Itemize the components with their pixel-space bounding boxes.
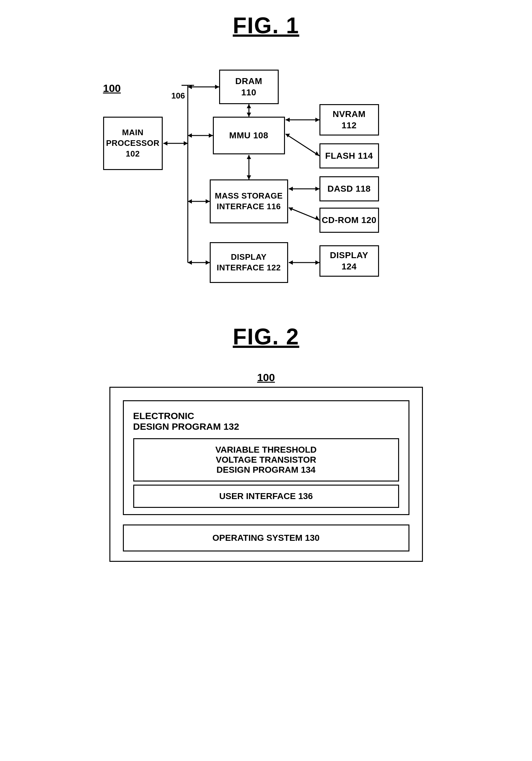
box-display-interface: DISPLAY INTERFACE 122 <box>210 242 288 283</box>
bus-label-106: 106 <box>172 91 185 101</box>
box-dram: DRAM 110 <box>219 70 279 104</box>
svg-marker-24 <box>188 199 192 204</box>
svg-marker-37 <box>315 261 319 265</box>
svg-line-17 <box>286 134 319 156</box>
box-mmu: MMU 108 <box>213 117 285 154</box>
fig2-diagram: 100 ELECTRONIC DESIGN PROGRAM 132 VARIAB… <box>109 372 423 562</box>
fig1-title: FIG. 1 <box>233 13 299 38</box>
box-nvram: NVRAM 112 <box>319 104 379 136</box>
box-dasd: DASD 118 <box>319 176 379 202</box>
svg-marker-15 <box>286 118 290 122</box>
electronic-design-label: ELECTRONIC DESIGN PROGRAM 132 <box>133 411 399 432</box>
svg-marker-22 <box>247 175 251 179</box>
svg-marker-31 <box>315 215 319 220</box>
inner-box-electronic-design: ELECTRONIC DESIGN PROGRAM 132 VARIABLE T… <box>123 400 409 515</box>
svg-marker-18 <box>286 134 290 138</box>
svg-marker-4 <box>184 141 188 146</box>
inner-box-user-interface: USER INTERFACE 136 <box>133 485 399 508</box>
box-main-processor: MAIN PROCESSOR 102 <box>103 117 163 170</box>
svg-line-29 <box>289 208 319 220</box>
fig2-section: FIG. 2 100 ELECTRONIC DESIGN PROGRAM 132… <box>0 324 532 562</box>
box-operating-system: OPERATING SYSTEM 130 <box>123 524 409 552</box>
svg-marker-3 <box>163 141 167 146</box>
outer-box: ELECTRONIC DESIGN PROGRAM 132 VARIABLE T… <box>109 387 423 562</box>
box-flash: FLASH 114 <box>319 144 379 168</box>
svg-marker-27 <box>289 187 293 191</box>
svg-marker-33 <box>188 261 192 265</box>
svg-marker-16 <box>315 118 319 122</box>
svg-marker-9 <box>247 104 251 108</box>
svg-marker-36 <box>289 261 293 265</box>
svg-marker-7 <box>215 85 219 89</box>
fig2-outer-label: 100 <box>109 372 423 383</box>
svg-marker-13 <box>209 133 213 138</box>
svg-marker-12 <box>188 133 192 138</box>
svg-marker-19 <box>315 151 319 156</box>
svg-marker-34 <box>206 261 210 265</box>
box-mass-storage: MASS STORAGE INTERFACE 116 <box>210 179 288 223</box>
svg-marker-6 <box>188 85 192 89</box>
fig2-title: FIG. 2 <box>233 324 299 349</box>
inner-box-vt-design: VARIABLE THRESHOLD VOLTAGE TRANSISTOR DE… <box>133 438 399 482</box>
box-cdrom: CD-ROM 120 <box>319 208 379 233</box>
svg-marker-25 <box>206 199 210 204</box>
page: FIG. 1 100 106 MAIN PROCESSOR 102 DRAM 1… <box>0 0 532 761</box>
sys-label-100: 100 <box>103 82 121 94</box>
diagram1: 100 106 MAIN PROCESSOR 102 DRAM 110 MMU … <box>94 54 439 299</box>
svg-marker-21 <box>247 155 251 159</box>
svg-marker-10 <box>247 113 251 117</box>
svg-marker-30 <box>289 207 293 211</box>
box-display: DISPLAY 124 <box>319 245 379 277</box>
svg-marker-28 <box>315 187 319 191</box>
fig1-section: FIG. 1 100 106 MAIN PROCESSOR 102 DRAM 1… <box>0 13 532 299</box>
